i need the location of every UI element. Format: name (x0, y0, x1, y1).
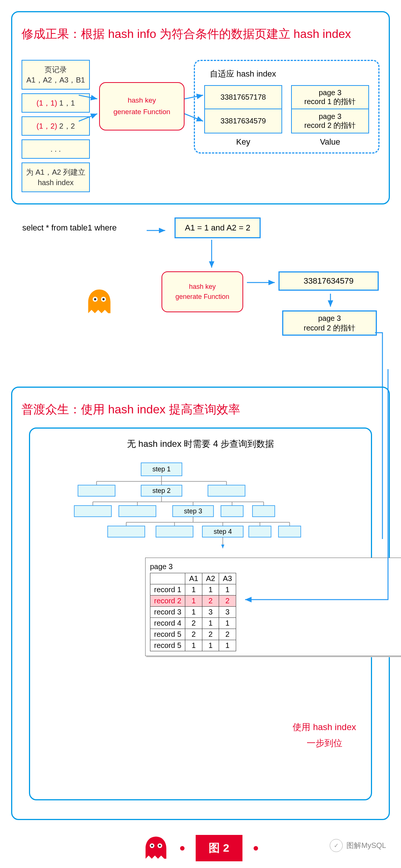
arrows-to-hashfunc (79, 60, 101, 153)
arrow-down-icon (325, 292, 336, 310)
svg-line-1 (79, 114, 97, 121)
svg-rect-22 (221, 506, 243, 517)
record-table: A1A2A3 record 1111record 2122record 3133… (150, 573, 236, 651)
svg-rect-17 (208, 485, 245, 496)
svg-rect-19 (119, 506, 156, 517)
record-footer: 为 A1，A2 列建立 hash index (22, 162, 90, 192)
svg-rect-24 (108, 526, 145, 537)
arrow-right-icon (245, 277, 278, 288)
ghost-icon (143, 835, 169, 861)
arrow-down-icon (206, 238, 217, 271)
svg-point-32 (151, 845, 153, 847)
hash-output-box: 33817634579 (278, 271, 379, 291)
table-row: record 1111 (150, 584, 236, 596)
svg-rect-18 (74, 506, 111, 517)
hash-key-function-box: hash key generate Function (99, 82, 185, 130)
page-table-title: page 3 (150, 562, 401, 571)
select-statement: select * from table1 where (22, 223, 117, 233)
ghost-icon (85, 288, 113, 316)
svg-rect-23 (252, 506, 275, 517)
btree-diagram: step 1 step 2 step 3 step 4 (67, 459, 334, 571)
key-cell-2: 33817634579 (204, 109, 282, 133)
panel1-title: 修成正果：根据 hash info 为符合条件的数据页建立 hash index (22, 23, 379, 45)
value-column: page 3record 1 的指针 page 3record 2 的指针 Va… (291, 85, 369, 147)
figure-number: 图 2 (196, 835, 242, 861)
table-row: record 5222 (150, 629, 236, 640)
dot-icon (254, 846, 258, 851)
svg-point-10 (94, 298, 96, 300)
table-row: record 5111 (150, 640, 236, 651)
wechat-icon: ✓ (330, 839, 343, 852)
svg-rect-25 (156, 526, 193, 537)
svg-line-0 (79, 95, 97, 99)
panel-use-hash-index: 普渡众生：使用 hash index 提高查询效率 无 hash index 时… (11, 387, 390, 820)
panel-build-hash-index: 修成正果：根据 hash info 为符合条件的数据页建立 hash index… (11, 11, 390, 204)
svg-text:step 3: step 3 (184, 507, 202, 515)
panel2-title: 普渡众生：使用 hash index 提高查询效率 (22, 399, 379, 420)
hash-index-note: 使用 hash index 一步到位 (293, 719, 356, 751)
svg-line-3 (185, 114, 203, 121)
page3-table: page 3 A1A2A3 record 1111record 2122reco… (145, 558, 401, 656)
hash-key-function-mid: hash key generate Function (162, 271, 243, 312)
val-cell-2: page 3record 2 的指针 (291, 109, 369, 133)
table-row: record 3133 (150, 607, 236, 618)
dashed-box-title: 自适应 hash index (204, 68, 369, 80)
svg-rect-14 (78, 485, 115, 496)
key-column: 33817657178 33817634579 Key (204, 85, 282, 147)
query-flow-section: select * from table1 where A1 = 1 and A2… (15, 216, 386, 372)
svg-text:step 1: step 1 (152, 465, 170, 473)
arrows-from-hashfunc (183, 60, 205, 153)
key-cell-1: 33817657178 (204, 85, 282, 109)
table-row: record 4211 (150, 618, 236, 629)
where-condition-box: A1 = 1 and A2 = 2 (175, 217, 261, 238)
svg-text:step 4: step 4 (213, 528, 232, 535)
adaptive-hash-index-box: 自适应 hash index 33817657178 33817634579 K… (194, 60, 379, 154)
tree-title: 无 hash index 时需要 4 步查询到数据 (38, 438, 363, 450)
routing-arrow (15, 323, 386, 372)
svg-point-11 (102, 298, 105, 300)
svg-point-33 (159, 845, 161, 847)
svg-text:step 2: step 2 (152, 487, 170, 494)
dot-icon (180, 846, 185, 851)
val-cell-1: page 3record 1 的指针 (291, 85, 369, 109)
table-row: record 2122 (150, 596, 236, 607)
svg-rect-29 (278, 526, 301, 537)
btree-steps-box: 无 hash index 时需要 4 步查询到数据 step 1 step 2 … (29, 427, 372, 800)
arrow-right-icon (145, 225, 171, 236)
watermark: ✓ 图解MySQL (330, 839, 386, 852)
svg-line-2 (185, 95, 203, 99)
svg-rect-28 (249, 526, 271, 537)
